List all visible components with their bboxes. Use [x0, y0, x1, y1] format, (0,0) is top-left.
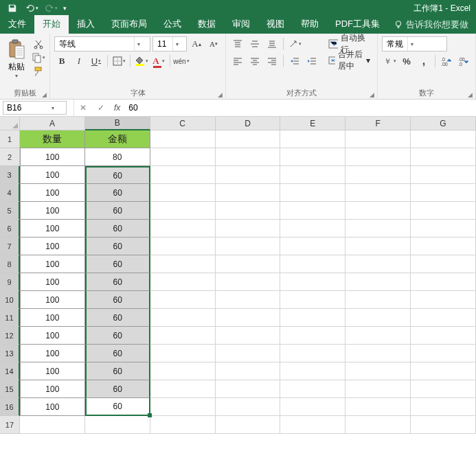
cell[interactable] [280, 327, 345, 345]
cell[interactable] [345, 202, 411, 220]
cell[interactable] [150, 220, 216, 238]
row-header[interactable]: 15 [0, 380, 20, 398]
name-box[interactable]: ▾ [3, 101, 67, 115]
cell[interactable] [216, 309, 281, 327]
cell[interactable]: 100 [20, 380, 85, 398]
cell[interactable] [345, 345, 411, 362]
cell[interactable]: 60 [85, 166, 150, 184]
cell[interactable]: 100 [20, 166, 85, 184]
cell[interactable] [150, 291, 216, 309]
cell[interactable] [150, 184, 216, 202]
cell[interactable] [280, 130, 345, 148]
cell[interactable] [345, 309, 411, 327]
align-right-icon[interactable] [264, 54, 280, 69]
cell[interactable]: 60 [85, 255, 150, 273]
borders-icon[interactable]: ▾ [111, 54, 126, 69]
cell[interactable] [216, 220, 281, 238]
align-center-icon[interactable] [247, 54, 262, 69]
caret-down-icon[interactable]: ▾ [134, 37, 143, 51]
cell[interactable] [411, 309, 476, 327]
tab-help[interactable]: 帮助 [293, 15, 327, 34]
cell[interactable] [216, 202, 281, 220]
row-header[interactable]: 9 [0, 273, 20, 291]
tab-review[interactable]: 审阅 [224, 15, 258, 34]
font-size-combo[interactable]: 11 ▾ [152, 36, 187, 51]
row-header[interactable]: 7 [0, 238, 20, 255]
cell[interactable] [345, 184, 411, 202]
italic-button[interactable]: I [71, 54, 87, 69]
cell[interactable] [216, 238, 281, 255]
row-header[interactable]: 1 [0, 130, 20, 148]
cell[interactable] [280, 362, 345, 380]
comma-icon[interactable]: , [416, 54, 431, 69]
cell[interactable] [216, 130, 281, 148]
tab-file[interactable]: 文件 [0, 15, 34, 34]
align-middle-icon[interactable] [247, 36, 262, 51]
cell[interactable] [411, 398, 476, 416]
row-header[interactable]: 8 [0, 255, 20, 273]
cell[interactable] [411, 220, 476, 238]
row-header[interactable]: 17 [0, 416, 20, 434]
tab-data[interactable]: 数据 [190, 15, 224, 34]
cell[interactable] [411, 255, 476, 273]
caret-down-icon[interactable]: ▾ [172, 37, 181, 51]
worksheet-grid[interactable]: ABCDEFG 1数量金额210080310060410060510060610… [0, 117, 476, 434]
format-painter-icon[interactable] [32, 65, 45, 78]
cell[interactable] [150, 273, 216, 291]
cell[interactable] [150, 255, 216, 273]
tab-layout[interactable]: 页面布局 [103, 15, 155, 34]
tab-pdf[interactable]: PDF工具集 [327, 15, 388, 34]
cell[interactable] [280, 345, 345, 362]
cell[interactable] [411, 416, 476, 434]
cell[interactable] [150, 398, 216, 416]
dialog-launcher-icon[interactable]: ◢ [42, 91, 47, 98]
decrease-font-icon[interactable]: A▾ [206, 36, 221, 51]
align-top-icon[interactable] [230, 36, 245, 51]
cell[interactable] [20, 416, 85, 434]
cell[interactable]: 100 [20, 148, 85, 166]
cell[interactable] [280, 238, 345, 255]
cell[interactable] [411, 202, 476, 220]
cell[interactable] [280, 148, 345, 166]
column-header-D[interactable]: D [216, 117, 281, 130]
cell[interactable]: 60 [85, 345, 150, 362]
row-header[interactable]: 6 [0, 220, 20, 238]
merge-center-button[interactable]: 合并后居中 ▾ [326, 53, 373, 68]
save-icon[interactable] [5, 2, 19, 14]
row-header[interactable]: 2 [0, 148, 20, 166]
undo-icon[interactable]: ▾ [25, 2, 38, 14]
cell[interactable] [280, 291, 345, 309]
cell[interactable] [280, 398, 345, 416]
cell[interactable] [411, 184, 476, 202]
cell[interactable]: 100 [20, 202, 85, 220]
row-header[interactable]: 12 [0, 327, 20, 345]
font-name-combo[interactable]: 等线 ▾ [54, 36, 150, 51]
cell[interactable]: 100 [20, 362, 85, 380]
cell[interactable] [345, 130, 411, 148]
cell[interactable] [216, 416, 281, 434]
cell[interactable]: 60 [85, 202, 150, 220]
dialog-launcher-icon[interactable]: ◢ [218, 91, 223, 98]
underline-button[interactable]: U▾ [89, 54, 104, 69]
cell[interactable] [216, 291, 281, 309]
cell[interactable] [411, 291, 476, 309]
cell[interactable] [345, 327, 411, 345]
cell[interactable] [150, 130, 216, 148]
number-format-combo[interactable]: 常规 ▾ [382, 36, 447, 51]
cell[interactable] [345, 255, 411, 273]
column-header-A[interactable]: A [20, 117, 85, 130]
cell[interactable]: 100 [20, 327, 85, 345]
row-header[interactable]: 14 [0, 362, 20, 380]
cell[interactable]: 60 [85, 184, 150, 202]
fx-icon[interactable]: fx [110, 103, 124, 113]
decrease-indent-icon[interactable] [287, 54, 302, 69]
cell[interactable]: 100 [20, 238, 85, 255]
cell[interactable]: 100 [20, 184, 85, 202]
cell[interactable] [150, 309, 216, 327]
cell[interactable]: 100 [20, 398, 85, 416]
cut-icon[interactable] [32, 38, 45, 50]
cell[interactable] [280, 416, 345, 434]
cell[interactable] [411, 148, 476, 166]
cell[interactable] [150, 362, 216, 380]
cell[interactable] [280, 220, 345, 238]
